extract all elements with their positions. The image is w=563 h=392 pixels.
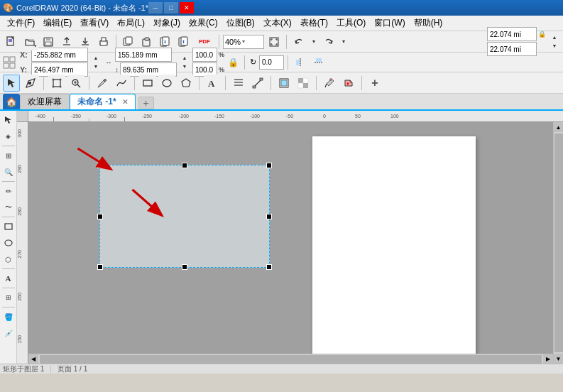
text-tool-button[interactable]: A bbox=[204, 75, 221, 92]
menu-object[interactable]: 对象(J) bbox=[149, 16, 185, 31]
lt-text[interactable]: A bbox=[1, 271, 16, 286]
lt-crop[interactable]: ⊞ bbox=[1, 148, 16, 163]
mirror-v-button[interactable] bbox=[310, 54, 327, 71]
bottom-scrollbar[interactable]: ◀ ▶ bbox=[28, 354, 553, 364]
lt-freehand[interactable]: ✏ bbox=[1, 183, 16, 199]
crop-tool-button[interactable] bbox=[48, 75, 65, 92]
width-icon: ↔ bbox=[105, 58, 112, 66]
undo-dropdown[interactable]: ▾ bbox=[309, 33, 319, 50]
title-bar: 🎨 CorelDRAW 2020 (64-Bit) - 未命名 -1* ─ □ … bbox=[0, 0, 563, 16]
handle-bottom-left[interactable] bbox=[97, 264, 103, 270]
width-input[interactable] bbox=[115, 48, 172, 62]
handle-middle-left[interactable] bbox=[97, 214, 103, 219]
lt-smart[interactable]: 〜 bbox=[1, 200, 16, 215]
menu-tools[interactable]: 工具(O) bbox=[332, 16, 370, 31]
add-tab-button[interactable]: + bbox=[138, 97, 154, 109]
minimize-button[interactable]: ─ bbox=[148, 2, 163, 13]
node-tool-button[interactable] bbox=[22, 75, 39, 92]
lt-polygon[interactable]: ⬡ bbox=[1, 251, 16, 267]
add-button[interactable]: + bbox=[366, 75, 383, 92]
close-tab-icon[interactable]: ✕ bbox=[122, 98, 128, 106]
menu-effects[interactable]: 效果(C) bbox=[185, 16, 222, 31]
eyedropper-button[interactable] bbox=[321, 75, 338, 92]
handle-middle-right[interactable] bbox=[266, 214, 272, 219]
menu-layout[interactable]: 布局(L) bbox=[113, 16, 149, 31]
maximize-button[interactable]: □ bbox=[164, 2, 178, 13]
scroll-h-thumb[interactable] bbox=[40, 355, 542, 364]
coord-up-btn[interactable]: ▲ bbox=[91, 54, 101, 62]
ruler-corner bbox=[17, 111, 28, 122]
menu-help[interactable]: 帮助(H) bbox=[410, 16, 447, 31]
export-button[interactable]: ⬆ bbox=[175, 33, 192, 50]
scale-lock-icon[interactable]: 🔒 bbox=[228, 58, 239, 67]
lt-fill[interactable]: 🪣 bbox=[1, 309, 16, 325]
x-input[interactable] bbox=[31, 48, 88, 62]
undo-button[interactable] bbox=[290, 33, 307, 50]
checkerboard-button[interactable] bbox=[295, 75, 312, 92]
scroll-left-btn[interactable]: ◀ bbox=[28, 354, 38, 364]
selected-rectangle[interactable] bbox=[99, 165, 270, 268]
sep-draw3 bbox=[134, 76, 135, 90]
window-controls: ─ □ ✕ bbox=[148, 2, 194, 13]
angle-input[interactable] bbox=[259, 55, 284, 70]
zoom-tool-button[interactable] bbox=[67, 75, 84, 92]
menu-edit[interactable]: 编辑(E) bbox=[39, 16, 76, 31]
coord-down-btn[interactable]: ▼ bbox=[91, 62, 101, 70]
line-tool-button[interactable] bbox=[230, 75, 247, 92]
scale-x-input[interactable] bbox=[192, 48, 217, 62]
canvas-area[interactable]: -400 -350 -300 -250 -200 -150 -100 -50 0… bbox=[17, 111, 563, 364]
menu-text[interactable]: 文本(X) bbox=[259, 16, 296, 31]
handle-bottom-middle[interactable] bbox=[182, 264, 187, 270]
lt-ellipse[interactable] bbox=[1, 235, 16, 251]
fill-bucket-button[interactable]: ▼ bbox=[340, 75, 357, 92]
lt-table[interactable]: ⊞ bbox=[1, 290, 16, 305]
scroll-down-btn[interactable]: ▼ bbox=[554, 354, 564, 364]
lt-rect[interactable] bbox=[1, 219, 16, 234]
freehand-button[interactable] bbox=[113, 75, 130, 92]
rect-tool-button[interactable] bbox=[139, 75, 156, 92]
print-button[interactable] bbox=[95, 33, 112, 50]
size-down-btn[interactable]: ▼ bbox=[549, 42, 560, 50]
scroll-up-btn[interactable]: ▲ bbox=[554, 122, 564, 132]
handle-top-left[interactable] bbox=[97, 163, 103, 168]
pen-tool-button[interactable] bbox=[94, 75, 111, 92]
new-button[interactable] bbox=[3, 33, 20, 50]
welcome-tab[interactable]: 欢迎屏幕 bbox=[20, 94, 70, 109]
lt-node[interactable]: ◈ bbox=[1, 129, 16, 144]
smart-fill-button[interactable] bbox=[275, 75, 293, 92]
select-tool-button[interactable] bbox=[3, 75, 20, 92]
menu-window[interactable]: 窗口(W) bbox=[370, 16, 409, 31]
scroll-thumb[interactable] bbox=[554, 134, 563, 352]
menu-table[interactable]: 表格(T) bbox=[296, 16, 332, 31]
size-up-btn[interactable]: ▲ bbox=[549, 33, 560, 41]
zoom-dropdown[interactable]: 40% ▾ bbox=[223, 35, 264, 49]
polygon-tool-button[interactable] bbox=[177, 75, 195, 92]
close-button[interactable]: ✕ bbox=[180, 2, 194, 13]
redo-button[interactable] bbox=[320, 33, 337, 50]
open-button[interactable]: ▾ bbox=[21, 33, 38, 50]
doc-tab[interactable]: 未命名 -1* ✕ bbox=[70, 94, 136, 109]
wh-up-btn[interactable]: ▲ bbox=[180, 54, 190, 62]
lt-zoom[interactable]: 🔍 bbox=[1, 164, 16, 180]
home-tab[interactable]: 🏠 bbox=[3, 94, 20, 109]
lt-eyedropper[interactable]: 💉 bbox=[1, 325, 16, 341]
menu-bitmap[interactable]: 位图(B) bbox=[222, 16, 259, 31]
handle-bottom-right[interactable] bbox=[266, 264, 272, 270]
wh-down-btn[interactable]: ▼ bbox=[180, 62, 190, 70]
redo-dropdown[interactable]: ▾ bbox=[339, 33, 349, 50]
handle-top-middle[interactable] bbox=[182, 163, 187, 168]
lt-select[interactable] bbox=[1, 112, 16, 128]
scroll-right-btn[interactable]: ▶ bbox=[543, 354, 553, 364]
menu-bar: 文件(F) 编辑(E) 查看(V) 布局(L) 对象(J) 效果(C) 位图(B… bbox=[0, 16, 563, 31]
ellipse-tool-button[interactable] bbox=[158, 75, 175, 92]
mirror-h-button[interactable] bbox=[292, 54, 309, 71]
connector-button[interactable] bbox=[249, 75, 266, 92]
handle-top-right[interactable] bbox=[266, 163, 272, 168]
menu-file[interactable]: 文件(F) bbox=[3, 16, 39, 31]
size-right2-input[interactable] bbox=[487, 42, 537, 56]
menu-view[interactable]: 查看(V) bbox=[76, 16, 113, 31]
size-right1-input[interactable] bbox=[487, 27, 537, 41]
sep2 bbox=[288, 55, 288, 70]
zoom-to-page-button[interactable] bbox=[266, 33, 283, 50]
right-scrollbar[interactable]: ▲ ▼ bbox=[553, 122, 563, 364]
